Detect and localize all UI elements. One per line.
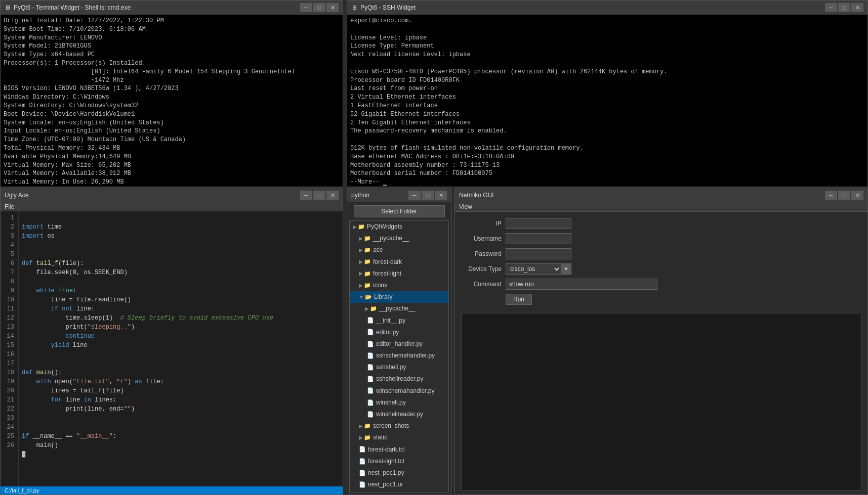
terminal-line: ~1472 Mhz [4, 76, 340, 85]
tree-item-label: editor.py [376, 328, 399, 337]
terminal-close-button[interactable]: ✕ [326, 3, 339, 12]
list-item[interactable]: 📄 winschemahandler.py [350, 385, 448, 397]
ugly-ace-editor: File 12345 678910 1112131415 1617181920 … [1, 202, 343, 494]
ugly-ace-controls: ─ □ ✕ [300, 191, 339, 200]
tree-item-label: winschemahandler.py [376, 386, 434, 396]
ugly-ace-close-button[interactable]: ✕ [326, 191, 339, 200]
list-item[interactable]: 📄 winshell.py [350, 397, 448, 409]
command-label: Command [461, 281, 502, 288]
ssh-line [350, 59, 864, 68]
terminal-minimize-button[interactable]: ─ [300, 3, 312, 12]
line-numbers: 12345 678910 1112131415 1617181920 21222… [1, 211, 19, 486]
list-item[interactable]: ▼ 📂 Library [350, 291, 448, 303]
terminal-line: System Locale: en-us;English (United Sta… [4, 119, 340, 127]
list-item[interactable]: ▶ 📁 forest-light [350, 268, 448, 280]
list-item[interactable]: ▶ 📁 static [350, 432, 448, 443]
ssh-minimize-button[interactable]: ─ [825, 3, 837, 12]
expand-icon: ▶ [359, 269, 363, 278]
ssh-line: Last reset from power-on [350, 84, 864, 93]
list-item[interactable]: 📄 sshshellreader.py [350, 373, 448, 385]
command-input[interactable] [506, 279, 657, 290]
password-label: Password [461, 250, 502, 257]
list-item[interactable]: ▶ 📁 forest-dark [350, 256, 448, 268]
netmiko-menu[interactable]: View [455, 202, 867, 212]
output-area [461, 313, 861, 490]
ssh-line: 1 FastEthernet interface [350, 102, 864, 110]
ugly-ace-minimize-button[interactable]: ─ [300, 191, 312, 200]
file-icon: 📄 [367, 398, 374, 408]
netmiko-close-button[interactable]: ✕ [851, 191, 863, 200]
tree-item-label: sshschemahandler.py [376, 351, 435, 361]
tree-item-label: winshell.py [376, 398, 406, 408]
ugly-ace-maximize-button[interactable]: □ [313, 191, 325, 200]
netmiko-content: View IP Username Password Device Type ci… [455, 202, 867, 494]
file-icon: 📄 [367, 328, 374, 337]
list-item[interactable]: 📄 sshschemahandler.py [350, 350, 448, 362]
ssh-line: --More-- █ [350, 178, 864, 187]
netmiko-maximize-button[interactable]: □ [838, 191, 850, 200]
ugly-ace-menu[interactable]: File [1, 202, 343, 211]
list-item[interactable]: 📄 editor.py [350, 327, 448, 338]
ip-input[interactable] [506, 218, 571, 229]
list-item[interactable]: ▶ 📁 screen_shots [350, 420, 448, 432]
device-type-select[interactable]: cisco_ios [506, 263, 561, 275]
terminal-maximize-button[interactable]: □ [313, 3, 325, 12]
select-folder-button[interactable]: Select Folder [354, 205, 445, 217]
expand-icon: ▶ [359, 434, 363, 442]
file-tree[interactable]: ▶ 📁 PyQtWidgets ▶ 📁 __pycache__ ▶ 📁 ace … [349, 220, 449, 492]
tree-item-label: icons [373, 281, 387, 290]
list-item[interactable]: 📄 __init__.py [350, 315, 448, 327]
terminal-line: Virtual Memory: In Use: 26,290 MB [4, 178, 340, 187]
file-icon: 📄 [367, 363, 374, 372]
list-item[interactable]: 📄 winshellreader.py [350, 409, 448, 420]
file-icon: 📄 [367, 410, 374, 419]
terminal-line: System Boot Time: 7/10/2023, 6:18:06 AM [4, 25, 340, 34]
view-menu-item[interactable]: View [459, 203, 472, 210]
terminal-line: Input Locale: en-us;English (United Stat… [4, 127, 340, 136]
list-item[interactable]: 📄 forest-dark.tcl [350, 444, 448, 456]
code-content[interactable]: import time import os def tail_f(file): … [19, 211, 343, 486]
file-icon: 📄 [359, 457, 366, 466]
list-item[interactable]: 📄 nest_poc1.py [350, 467, 448, 479]
list-item[interactable]: ▶ 📁 __pycache__ [350, 303, 448, 314]
filebrowser-maximize-button[interactable]: □ [422, 191, 434, 200]
password-input[interactable] [506, 248, 571, 259]
ssh-line: Motherboard serial number : FD014100075 [350, 169, 864, 178]
ssh-maximize-button[interactable]: □ [838, 3, 850, 12]
tree-item-label: Library [374, 292, 393, 302]
list-item[interactable]: ▶ 📁 __pycache__ [350, 233, 448, 244]
run-button[interactable]: Run [506, 294, 532, 305]
list-item[interactable]: 📄 editor_handler.py [350, 338, 448, 350]
list-item[interactable]: 📄 nest_poc1.ui [350, 479, 448, 490]
terminal-widget-title: 🖥 PyQt6 - Terminal Widget - Shell is: cm… [5, 4, 131, 11]
ssh-line: 52 Gigabit Ethernet interfaces [350, 110, 864, 119]
filebrowser-content: Select Folder ▶ 📁 PyQtWidgets ▶ 📁 __pyca… [347, 202, 451, 494]
list-item[interactable]: 📄 sshshell.py [350, 362, 448, 373]
list-item[interactable]: 📄 forest-light.tcl [350, 456, 448, 467]
folder-icon: 📁 [364, 246, 371, 255]
ssh-line: 2 Virtual Ethernet interfaces [350, 93, 864, 102]
tree-item-label: winshellreader.py [376, 410, 423, 419]
folder-icon: 📁 [364, 269, 371, 279]
python-filebrowser-controls: ─ □ ✕ [408, 191, 447, 200]
terminal-line: Boot Device: \Device\HarddiskVolume1 [4, 110, 340, 119]
username-input[interactable] [506, 233, 571, 244]
filebrowser-minimize-button[interactable]: ─ [408, 191, 421, 200]
username-label: Username [461, 235, 502, 242]
tree-item-label: PyQtWidgets [367, 222, 402, 232]
folder-icon: 📁 [370, 304, 377, 313]
list-item[interactable]: ▶ 📁 ace [350, 244, 448, 256]
tree-item-label: __init__.py [376, 316, 405, 326]
ssh-widget-title: 🖥 PyQt6 - SSH Widget [351, 4, 416, 11]
netmiko-form: IP Username Password Device Type cisco_i… [455, 212, 867, 311]
ssh-close-button[interactable]: ✕ [851, 3, 863, 12]
filebrowser-close-button[interactable]: ✕ [435, 191, 447, 200]
status-bar: C:/tail_f_cli.py [1, 486, 343, 494]
file-menu-item[interactable]: File [5, 203, 14, 210]
list-item[interactable]: ▶ 📁 PyQtWidgets [350, 221, 448, 233]
netmiko-minimize-button[interactable]: ─ [825, 191, 837, 200]
ssh-line: Processor board ID FD01409R0FK [350, 76, 864, 85]
list-item[interactable]: ▶ 📁 icons [350, 280, 448, 291]
tree-item-label: editor_handler.py [376, 339, 423, 349]
ugly-ace-title: Ugly Ace [5, 192, 28, 199]
